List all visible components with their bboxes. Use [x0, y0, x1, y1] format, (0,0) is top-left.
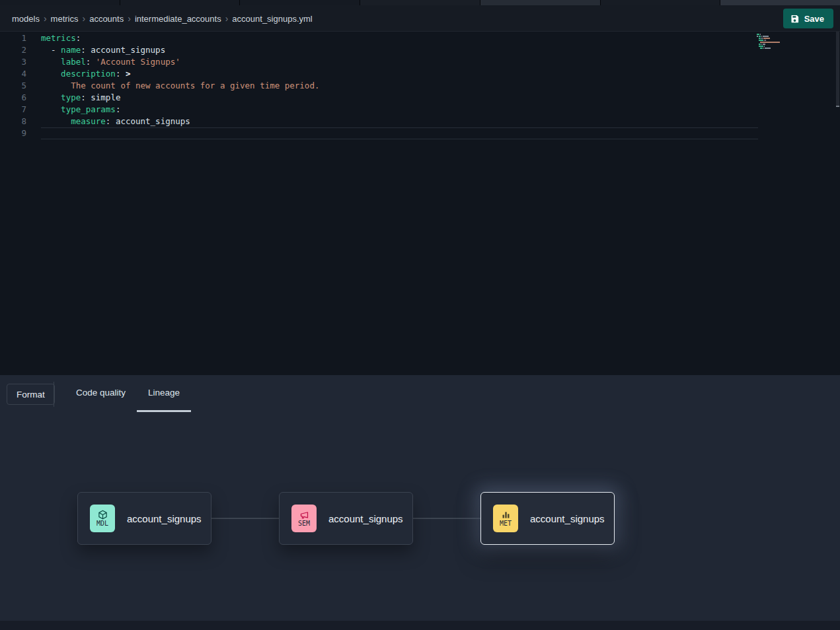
lineage-edge: [413, 518, 480, 519]
chevron-right-icon: ›: [225, 13, 229, 24]
breadcrumb-item[interactable]: accounts: [89, 14, 124, 24]
top-tab-strip: [0, 0, 840, 5]
browser-tab[interactable]: [720, 0, 840, 5]
line-number: 2: [0, 44, 26, 56]
bottom-panel: Format Code qualityLineage MDLaccount_si…: [0, 375, 840, 630]
line-number: 9: [0, 127, 26, 139]
code-lines[interactable]: metrics: - name: account_signups label: …: [41, 32, 787, 139]
code-line[interactable]: metrics:: [41, 32, 787, 44]
line-number: 1: [0, 32, 26, 44]
node-label: account_signups: [127, 513, 202, 524]
line-number: 3: [0, 56, 26, 68]
breadcrumb-bar: models›metrics›accounts›intermediate_acc…: [0, 5, 840, 32]
chevron-right-icon: ›: [128, 13, 131, 24]
scrollbar-thumb[interactable]: [836, 32, 839, 107]
node-label: account_signups: [530, 513, 605, 524]
minimap[interactable]: [757, 34, 803, 52]
browser-tab[interactable]: [360, 0, 480, 5]
code-line[interactable]: measure: account_signups: [41, 116, 787, 127]
breadcrumb-item[interactable]: account_signups.yml: [232, 14, 312, 24]
code-line[interactable]: [41, 127, 758, 139]
browser-tab[interactable]: [0, 0, 120, 5]
line-number: 7: [0, 104, 26, 116]
line-number: 6: [0, 92, 26, 104]
lineage-canvas[interactable]: MDLaccount_signupsSEMaccount_signupsMETa…: [0, 375, 840, 630]
lineage-node-sem[interactable]: SEMaccount_signups: [279, 492, 413, 545]
code-line[interactable]: label: 'Account Signups': [41, 56, 787, 68]
gutter: 123456789: [0, 32, 26, 139]
code-editor[interactable]: 123456789 metrics: - name: account_signu…: [0, 32, 840, 375]
line-number: 8: [0, 116, 26, 127]
browser-tab[interactable]: [480, 0, 600, 5]
editor-scrollbar[interactable]: [836, 32, 839, 375]
breadcrumb-item[interactable]: metrics: [51, 14, 79, 24]
browser-tab[interactable]: [601, 0, 720, 5]
node-type-badge: SEM: [298, 520, 310, 527]
browser-tab[interactable]: [240, 0, 360, 5]
code-line[interactable]: type: simple: [41, 92, 787, 104]
lineage-edge: [211, 518, 279, 519]
megaphone-icon: SEM: [291, 505, 317, 532]
save-button[interactable]: Save: [783, 9, 833, 28]
node-label: account_signups: [328, 513, 403, 524]
breadcrumb: models›metrics›accounts›intermediate_acc…: [9, 13, 315, 24]
line-number: 5: [0, 80, 26, 92]
code-line[interactable]: type_params:: [41, 104, 787, 116]
chevron-right-icon: ›: [44, 13, 47, 24]
node-type-badge: MDL: [96, 520, 108, 527]
lineage-node-met[interactable]: METaccount_signups: [480, 492, 615, 545]
footer-strip: [0, 621, 840, 630]
breadcrumb-item[interactable]: models: [12, 14, 40, 24]
save-icon: [790, 14, 800, 24]
code-line[interactable]: - name: account_signups: [41, 44, 787, 56]
line-number: 4: [0, 68, 26, 80]
cube-icon: MDL: [90, 505, 115, 532]
lineage-node-mdl[interactable]: MDLaccount_signups: [77, 492, 211, 545]
breadcrumb-item[interactable]: intermediate_accounts: [135, 14, 221, 24]
browser-tab[interactable]: [120, 0, 240, 5]
code-line[interactable]: The count of new accounts for a given ti…: [41, 80, 787, 92]
node-type-badge: MET: [500, 520, 512, 527]
chevron-right-icon: ›: [82, 13, 85, 24]
bar-chart-icon: MET: [493, 505, 518, 532]
save-button-label: Save: [804, 14, 824, 24]
code-line[interactable]: description: >: [41, 68, 787, 80]
